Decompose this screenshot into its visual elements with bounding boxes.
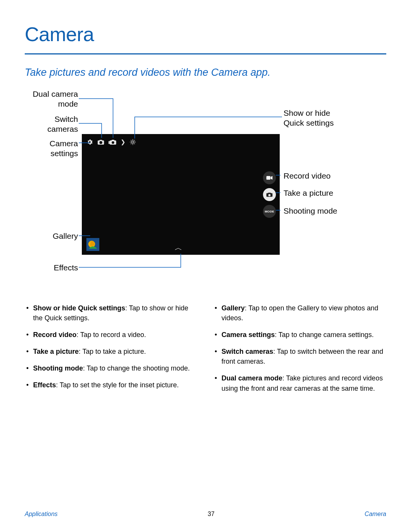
title-rule — [25, 53, 386, 54]
svg-rect-4 — [266, 176, 270, 180]
callout-effects: Effects — [25, 263, 78, 273]
callout-switch-cameras: Switchcameras — [25, 114, 78, 134]
dual-camera-icon[interactable] — [108, 139, 117, 145]
brightness-icon[interactable] — [129, 139, 136, 145]
bullet-item: Switch cameras: Tap to switch between th… — [213, 347, 386, 366]
callout-dual-camera: Dual cameramode — [25, 89, 78, 109]
bullet-item: Take a picture: Tap to take a picture. — [25, 347, 198, 356]
camera-topbar: ❯ — [82, 135, 136, 149]
bullet-item: Camera settings: Tap to change camera se… — [213, 330, 386, 340]
footer-page: 37 — [208, 511, 215, 518]
caret-up-icon[interactable]: ︿ — [175, 243, 182, 253]
page-subtitle: Take pictures and record videos with the… — [25, 67, 386, 78]
mode-button[interactable]: MODE — [263, 205, 276, 218]
camera-screenshot: ❯ MODE ︿ — [82, 134, 280, 255]
bullet-item: Dual camera mode: Take pictures and reco… — [213, 373, 386, 393]
page-title: Camera — [25, 23, 386, 46]
switch-camera-icon[interactable] — [97, 139, 105, 145]
feature-descriptions: Show or hide Quick settings: Tap to show… — [25, 303, 386, 400]
shutter-button[interactable] — [263, 188, 276, 201]
bullet-item: Record video: Tap to record a video. — [25, 330, 198, 340]
gallery-thumbnail[interactable] — [86, 238, 99, 251]
bullets-left-column: Show or hide Quick settings: Tap to show… — [25, 303, 198, 400]
svg-point-1 — [132, 141, 134, 143]
callout-take-picture: Take a picture — [284, 188, 333, 198]
record-button[interactable] — [263, 171, 276, 184]
callout-quick-settings: Show or hideQuick settings — [284, 108, 334, 128]
chevron-right-icon[interactable]: ❯ — [121, 139, 126, 145]
callout-gallery: Gallery — [25, 231, 78, 241]
bullet-item: Show or hide Quick settings: Tap to show… — [25, 303, 198, 323]
footer-right: Camera — [365, 511, 386, 518]
page-footer: Applications 37 Camera — [0, 511, 411, 518]
callout-record-video: Record video — [284, 171, 331, 181]
camera-diagram: Dual cameramode Switchcameras Camerasett… — [25, 89, 386, 287]
footer-left: Applications — [25, 511, 57, 518]
bullet-item: Effects: Tap to set the style for the in… — [25, 380, 198, 390]
gear-icon[interactable] — [86, 139, 93, 145]
bullet-item: Shooting mode: Tap to change the shootin… — [25, 363, 198, 373]
bullets-right-column: Gallery: Tap to open the Gallery to view… — [213, 303, 386, 400]
callout-camera-settings: Camerasettings — [25, 139, 78, 159]
bullet-item: Gallery: Tap to open the Gallery to view… — [213, 303, 386, 323]
svg-rect-0 — [108, 141, 110, 144]
callout-shooting-mode: Shooting mode — [284, 206, 337, 216]
